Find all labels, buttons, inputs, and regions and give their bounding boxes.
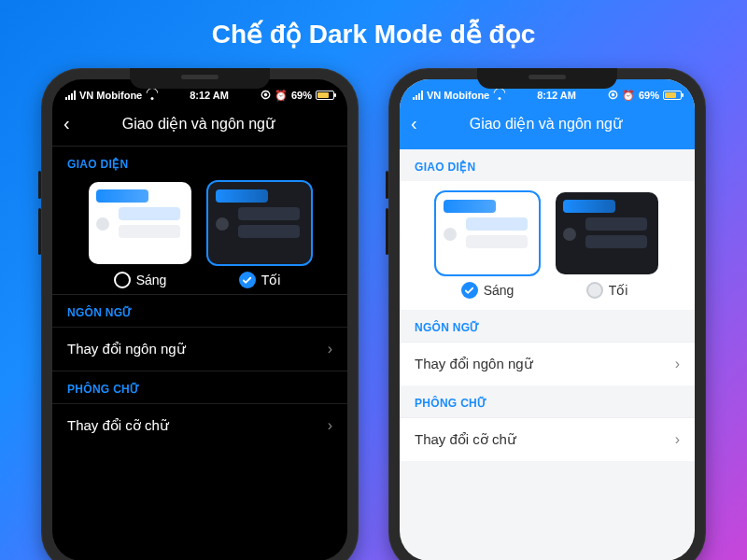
phone-frame-light: VN Mobifone 8:12 AM ⦿ ⏰ 69% ‹ Giao diện … [388, 68, 706, 560]
wifi-icon [146, 91, 158, 100]
row-label: Thay đổi ngôn ngữ [67, 341, 186, 357]
nav-header: ‹ Giao diện và ngôn ngữ [52, 105, 347, 146]
radio-unchecked-icon [586, 282, 603, 299]
header-title: Giao diện và ngôn ngữ [61, 115, 336, 133]
theme-dark-label: Tối [261, 273, 281, 287]
row-change-font[interactable]: Thay đổi cỡ chữ › [52, 403, 347, 447]
battery-pct: 69% [639, 90, 659, 101]
chevron-right-icon: › [328, 417, 332, 434]
nav-header: ‹ Giao diện và ngôn ngữ [400, 105, 695, 146]
row-label: Thay đổi cỡ chữ [415, 431, 516, 448]
alarm-icon: ⏰ [275, 90, 288, 102]
phone-notch [130, 68, 270, 89]
theme-preview-light [436, 192, 539, 274]
theme-preview-dark [556, 192, 658, 274]
row-label: Thay đổi cỡ chữ [67, 417, 169, 434]
clock: 8:12 AM [537, 90, 576, 101]
theme-option-light[interactable]: Sáng [89, 182, 191, 288]
theme-option-dark[interactable]: Tối [556, 192, 658, 299]
page-headline: Chế độ Dark Mode dễ đọc [212, 19, 535, 49]
header-title: Giao diện và ngôn ngữ [408, 115, 684, 133]
theme-light-label: Sáng [136, 273, 167, 287]
theme-dark-label: Tối [609, 283, 628, 298]
row-change-language[interactable]: Thay đổi ngôn ngữ › [52, 327, 347, 371]
theme-preview-dark [208, 182, 311, 264]
theme-option-dark[interactable]: Tối [208, 182, 311, 288]
section-font: PHÔNG CHỮ [52, 371, 347, 403]
battery-pct: 69% [291, 90, 312, 101]
signal-icon [65, 91, 76, 100]
location-icon: ⦿ [608, 90, 618, 101]
row-change-language[interactable]: Thay đổi ngôn ngữ › [400, 342, 695, 385]
battery-icon [663, 91, 682, 100]
radio-unchecked-icon [114, 272, 131, 288]
row-change-font[interactable]: Thay đổi cỡ chữ › [400, 417, 695, 461]
section-language: NGÔN NGỮ [52, 294, 347, 327]
row-label: Thay đổi ngôn ngữ [415, 356, 533, 372]
radio-checked-icon [239, 272, 256, 288]
phone-pair: VN Mobifone 8:12 AM ⦿ ⏰ 69% ‹ Giao diện … [41, 68, 706, 560]
section-appearance: GIAO DIỆN [52, 146, 347, 178]
theme-option-light[interactable]: Sáng [436, 192, 539, 299]
signal-icon [413, 91, 423, 100]
wifi-icon [493, 91, 505, 100]
section-appearance: GIAO DIỆN [400, 149, 695, 181]
carrier-label: VN Mobifone [427, 90, 489, 101]
theme-light-label: Sáng [484, 283, 514, 298]
chevron-right-icon: › [675, 356, 680, 372]
theme-options: Sáng Tối [400, 181, 695, 310]
screen-light: VN Mobifone 8:12 AM ⦿ ⏰ 69% ‹ Giao diện … [400, 79, 695, 560]
theme-preview-light [89, 182, 191, 264]
phone-frame-dark: VN Mobifone 8:12 AM ⦿ ⏰ 69% ‹ Giao diện … [41, 68, 359, 560]
carrier-label: VN Mobifone [79, 90, 142, 101]
battery-icon [316, 91, 334, 100]
screen-dark: VN Mobifone 8:12 AM ⦿ ⏰ 69% ‹ Giao diện … [52, 79, 347, 560]
chevron-right-icon: › [675, 431, 680, 448]
section-font: PHÔNG CHỮ [400, 385, 695, 417]
phone-notch [477, 68, 617, 89]
theme-options: Sáng Tối [52, 178, 347, 294]
radio-checked-icon [461, 282, 478, 299]
clock: 8:12 AM [190, 90, 229, 101]
chevron-right-icon: › [328, 341, 332, 357]
location-icon: ⦿ [261, 90, 271, 101]
section-language: NGÔN NGỮ [400, 310, 695, 342]
alarm-icon: ⏰ [622, 90, 635, 102]
